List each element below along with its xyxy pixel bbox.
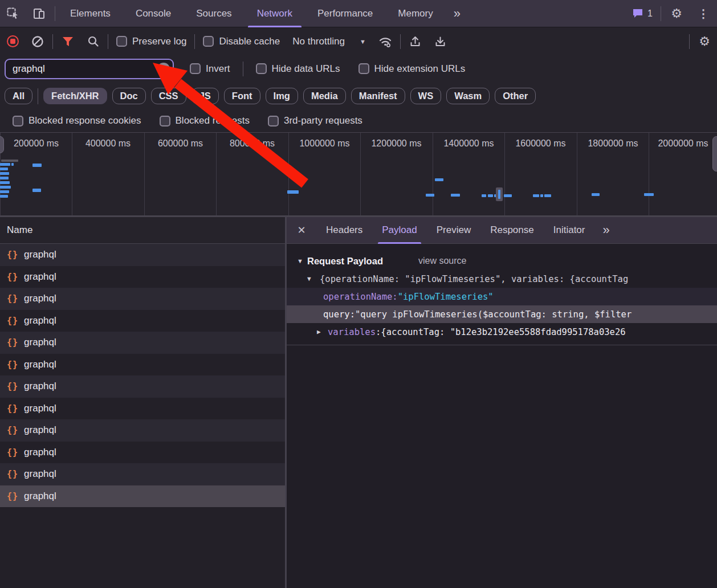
more-detail-tabs-icon[interactable]: » [594,223,616,238]
device-toolbar-icon[interactable] [26,0,52,27]
download-icon [434,35,446,47]
blocked-response-cookies-checkbox[interactable]: Blocked response cookies [7,115,147,126]
pill-wasm[interactable]: Wasm [446,88,490,104]
name-column-header[interactable]: Name [0,217,285,244]
timeline-tick: 1400000 ms [433,133,504,217]
json-braces-icon: {} [7,381,18,391]
inspect-element-icon[interactable] [0,0,26,27]
request-row-selected[interactable]: {}graphql [0,485,285,508]
payload-root-node[interactable]: ▼ {operationName: "ipFlowTimeseries", va… [287,270,717,288]
hide-data-urls-checkbox[interactable]: Hide data URLs [250,63,346,75]
collapse-caret-icon[interactable]: ▼ [307,275,320,283]
waterfall-bar [0,190,9,193]
collapse-caret-icon[interactable]: ▼ [297,258,307,264]
clear-filter-icon[interactable]: ✕ [157,63,170,75]
record-network-log-button[interactable] [0,29,25,54]
network-conditions-button[interactable] [373,29,398,54]
throttling-select[interactable]: No throttling ▼ [286,36,373,47]
tab-performance[interactable]: Performance [305,0,385,27]
close-details-icon[interactable]: ✕ [287,224,316,236]
pill-js[interactable]: JS [192,88,219,104]
invert-checkbox[interactable]: Invert [184,63,236,75]
waterfall-bar [0,163,10,166]
payload-variables-row[interactable]: ▶ variables: {accountTag: "b12e3b2192ee5… [287,323,717,341]
filter-row: ✕ Invert Hide data URLs Hide extension U… [0,55,717,83]
waterfall-bar [451,194,460,197]
third-party-requests-checkbox[interactable]: 3rd-party requests [262,115,368,126]
blocked-requests-checkbox[interactable]: Blocked requests [154,115,255,126]
export-har-button[interactable] [428,29,453,54]
json-braces-icon: {} [7,316,18,326]
clear-network-log-button[interactable] [25,29,50,54]
preserve-log-checkbox[interactable]: Preserve log [111,36,192,47]
waterfall-bar [0,186,11,189]
json-braces-icon: {} [7,337,18,348]
payload-query-row-selected[interactable]: query: "query ipFlowTimeseries($accountT… [287,305,717,323]
request-row[interactable]: {}graphql [0,463,285,485]
request-row[interactable]: {}graphql [0,244,285,266]
waterfall-bar [287,190,299,194]
search-button[interactable] [80,29,105,54]
tab-response[interactable]: Response [480,217,544,244]
toolbar-divider [689,34,690,49]
filter-input[interactable] [5,59,174,79]
pill-ws[interactable]: WS [410,88,442,104]
pill-font[interactable]: Font [224,88,260,104]
import-har-button[interactable] [403,29,428,54]
request-row[interactable]: {}graphql [0,354,285,376]
tab-memory[interactable]: Memory [385,0,445,27]
request-payload-section[interactable]: ▼ Request Payload view source [287,252,717,270]
settings-gear-icon[interactable]: ⚙ [663,0,690,27]
pill-css[interactable]: CSS [151,88,186,104]
json-braces-icon: {} [7,425,18,435]
tab-elements[interactable]: Elements [58,0,123,27]
request-row[interactable]: {}graphql [0,442,285,464]
pill-media[interactable]: Media [303,88,346,104]
network-settings-gear-icon[interactable]: ⚙ [692,29,717,54]
request-row[interactable]: {}graphql [0,375,285,398]
hide-extension-urls-checkbox[interactable]: Hide extension URLs [353,63,471,75]
checkbox-box [203,36,214,47]
disable-cache-checkbox[interactable]: Disable cache [197,36,286,47]
timeline-right-handle[interactable] [712,136,717,172]
tab-console[interactable]: Console [123,0,184,27]
timeline-tick: 200000 ms [0,133,72,217]
tab-network[interactable]: Network [245,0,305,27]
payload-operation-row[interactable]: operationName: "ipFlowTimeseries" [287,288,717,305]
pill-manifest[interactable]: Manifest [351,88,405,104]
network-overview-timeline[interactable]: 200000 ms 400000 ms 600000 ms 800000 ms … [0,132,717,217]
pill-doc[interactable]: Doc [112,88,146,104]
filter-toggle-button[interactable] [55,29,80,54]
pill-other[interactable]: Other [495,88,536,104]
tab-payload[interactable]: Payload [372,217,426,244]
waterfall-bar [0,168,8,170]
pill-img[interactable]: Img [266,88,298,104]
tab-initiator[interactable]: Initiator [544,217,595,244]
view-source-link[interactable]: view source [418,256,466,266]
request-row[interactable]: {}graphql [0,310,285,332]
timeline-left-handle[interactable] [0,136,4,153]
request-row[interactable]: {}graphql [0,419,285,442]
waterfall-bar [32,189,41,192]
request-details-panel: ✕ Headers Payload Preview Response Initi… [287,217,717,588]
menu-dots-icon[interactable]: ⋮ [690,7,717,21]
request-row[interactable]: {}graphql [0,288,285,310]
json-string-value: "query ipFlowTimeseries($accountTag: str… [355,309,632,320]
tab-headers[interactable]: Headers [316,217,372,244]
pill-fetch-xhr[interactable]: Fetch/XHR [43,88,107,104]
record-icon [7,35,19,47]
waterfall-bar [0,181,10,184]
expand-caret-icon[interactable]: ▶ [317,328,328,336]
pill-all[interactable]: All [5,88,32,104]
json-braces-icon: {} [7,447,18,458]
json-separator: : [376,327,381,337]
tab-preview[interactable]: Preview [427,217,480,244]
tab-sources[interactable]: Sources [184,0,244,27]
request-row[interactable]: {}graphql [0,398,285,420]
more-tabs-icon[interactable]: » [446,6,467,21]
timeline-tick: 1000000 ms [288,133,360,217]
request-row[interactable]: {}graphql [0,332,285,354]
issues-counter[interactable]: 1 [626,8,658,19]
request-row[interactable]: {}graphql [0,266,285,288]
waterfall-bar [540,194,543,197]
